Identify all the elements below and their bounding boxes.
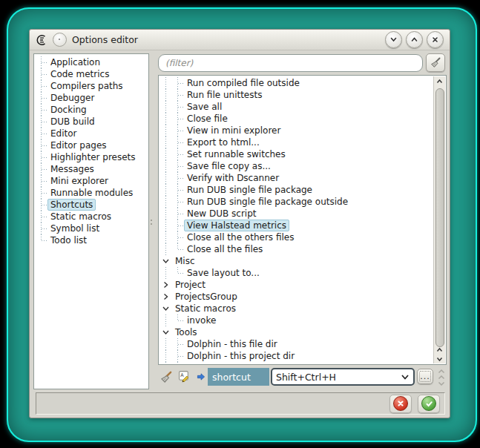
tree-guide bbox=[36, 92, 47, 104]
property-name-cell[interactable]: shortcut bbox=[208, 368, 269, 386]
sidebar-item-label: Messages bbox=[47, 163, 97, 175]
sidebar-item-runnable-modules[interactable]: Runnable modules bbox=[36, 187, 148, 199]
sidebar-item-editor[interactable]: Editor bbox=[36, 128, 148, 139]
tree-scrollbar[interactable] bbox=[433, 76, 445, 363]
tree-item-label: Misc bbox=[172, 255, 198, 267]
sidebar-item-todo-list[interactable]: Todo list bbox=[36, 234, 148, 246]
filter-input[interactable] bbox=[158, 54, 423, 72]
tree-item[interactable]: Export to html... bbox=[160, 136, 433, 148]
splitter-handle[interactable] bbox=[149, 215, 154, 228]
up-arrow-icon bbox=[436, 347, 443, 353]
sidebar-item-application[interactable]: Application bbox=[36, 56, 148, 68]
sidebar-item-highlighter-presets[interactable]: Highlighter presets bbox=[36, 151, 148, 163]
tree-item[interactable]: Project bbox=[160, 279, 433, 291]
tree-guide bbox=[36, 80, 47, 92]
sidebar-item-label: Docking bbox=[47, 104, 90, 116]
statusbar bbox=[36, 392, 445, 415]
scroll-up2-button[interactable] bbox=[434, 346, 445, 355]
sidebar-item-static-macros[interactable]: Static macros bbox=[36, 211, 148, 223]
clear-filter-button[interactable] bbox=[426, 53, 445, 72]
tree-item[interactable]: Run file unittests bbox=[160, 89, 433, 101]
edit-shortcut-button[interactable]: A bbox=[178, 370, 191, 383]
shortcut-value-combo[interactable]: Shift+Ctrl+H bbox=[271, 368, 415, 386]
titlebar[interactable]: Options editor bbox=[30, 30, 450, 50]
tree-item-label: Set runnable switches bbox=[184, 148, 289, 160]
red-x-icon bbox=[393, 396, 408, 411]
tree-item[interactable]: Set runnable switches bbox=[160, 148, 433, 160]
tree-item[interactable]: Static macros bbox=[160, 303, 433, 314]
scroll-up-button[interactable] bbox=[434, 77, 445, 86]
tree-item[interactable]: Save layout to... bbox=[160, 267, 433, 279]
maximize-button[interactable] bbox=[406, 31, 423, 48]
tree-item-label: Run compiled file outside bbox=[184, 77, 303, 89]
collapsed-arrow-icon[interactable] bbox=[160, 279, 172, 291]
sidebar-item-mini-explorer[interactable]: Mini explorer bbox=[36, 175, 148, 187]
tree-item-partial bbox=[160, 362, 433, 364]
cancel-button[interactable] bbox=[389, 395, 412, 413]
sidebar-item-symbol-list[interactable]: Symbol list bbox=[36, 223, 148, 234]
options-editor-window: Options editor ApplicationCode metricsCo… bbox=[29, 29, 450, 418]
scroll-thumb[interactable] bbox=[435, 88, 444, 347]
close-button[interactable] bbox=[427, 31, 444, 48]
scroll-down-button[interactable] bbox=[434, 355, 445, 363]
sidebar-item-label: Static macros bbox=[47, 211, 114, 223]
tree-item[interactable]: Close all the files bbox=[160, 243, 433, 255]
sidebar-item-code-metrics[interactable]: Code metrics bbox=[36, 68, 148, 80]
sidebar-item-dub-build[interactable]: DUB build bbox=[36, 116, 148, 128]
sidebar-item-label: Application bbox=[47, 56, 103, 68]
sidebar-item-shortcuts[interactable]: Shortcuts bbox=[36, 199, 148, 211]
tree-item[interactable]: Close all the others files bbox=[160, 231, 433, 243]
shortcuts-tree: Run compiled file outsideRun file unitte… bbox=[158, 75, 447, 365]
tree-item[interactable]: Verify with Dscanner bbox=[160, 172, 433, 184]
tree-item-label: Project bbox=[172, 279, 208, 291]
accept-button[interactable] bbox=[418, 395, 440, 413]
tree-item[interactable]: invoke bbox=[160, 314, 433, 326]
sidebar-item-debugger[interactable]: Debugger bbox=[36, 92, 148, 104]
tree-item[interactable]: Run DUB single file package outside bbox=[160, 196, 433, 208]
pin-button[interactable] bbox=[53, 33, 67, 47]
sidebar-item-label: Code metrics bbox=[47, 68, 112, 80]
sidebar-item-docking[interactable]: Docking bbox=[36, 104, 148, 116]
expanded-arrow-icon[interactable] bbox=[160, 303, 172, 314]
shortcut-value: Shift+Ctrl+H bbox=[276, 372, 401, 383]
tree-item[interactable]: New DUB script bbox=[160, 208, 433, 220]
tree-item[interactable]: View in mini explorer bbox=[160, 125, 433, 136]
tree-guide bbox=[172, 89, 184, 101]
tree-guide bbox=[160, 208, 172, 220]
tree-item[interactable]: Dolphin - this file dir bbox=[160, 338, 433, 350]
shortcut-editor-row: A shortcut Shift+Ctrl+H ... bbox=[158, 368, 447, 387]
sidebar-item-editor-pages[interactable]: Editor pages bbox=[36, 139, 148, 151]
tree-item[interactable]: Close file bbox=[160, 113, 433, 125]
broom-icon bbox=[160, 370, 174, 384]
shade-button[interactable] bbox=[385, 31, 402, 48]
editor-mini-scrollbar[interactable] bbox=[436, 368, 447, 387]
collapsed-arrow-icon[interactable] bbox=[160, 291, 172, 303]
tree-item[interactable]: Save all bbox=[160, 101, 433, 113]
more-options-button[interactable]: ... bbox=[417, 369, 433, 384]
tree-guide bbox=[36, 116, 47, 128]
tree-item[interactable]: Dolphin - this project dir bbox=[160, 350, 433, 362]
expanded-arrow-icon[interactable] bbox=[160, 255, 172, 267]
clear-shortcut-button[interactable] bbox=[160, 370, 174, 384]
sidebar-item-label: Runnable modules bbox=[47, 187, 136, 199]
tree-item[interactable]: View Halstead metrics bbox=[160, 220, 433, 231]
tree-item[interactable]: Run compiled file outside bbox=[160, 77, 433, 89]
tree-item[interactable]: Run DUB single file package bbox=[160, 184, 433, 196]
expanded-arrow-icon bbox=[162, 257, 170, 265]
tree-item-label: Close all the others files bbox=[184, 231, 297, 243]
tree-item[interactable]: ProjectsGroup bbox=[160, 291, 433, 303]
tree-item[interactable]: Tools bbox=[160, 326, 433, 338]
tree-guide bbox=[172, 243, 184, 255]
tree-rows: Run compiled file outsideRun file unitte… bbox=[160, 77, 433, 364]
tree-guide bbox=[36, 128, 47, 139]
tree-guide bbox=[160, 314, 172, 326]
tree-item[interactable]: Misc bbox=[160, 255, 433, 267]
tree-guide bbox=[160, 89, 172, 101]
expanded-arrow-icon[interactable] bbox=[160, 326, 172, 338]
tree-item[interactable]: Save file copy as... bbox=[160, 160, 433, 172]
tree-guide bbox=[172, 184, 184, 196]
tree-guide bbox=[172, 136, 184, 148]
tree-item-label: ProjectsGroup bbox=[172, 291, 240, 303]
sidebar-item-compilers-paths[interactable]: Compilers paths bbox=[36, 80, 148, 92]
sidebar-item-messages[interactable]: Messages bbox=[36, 163, 148, 175]
